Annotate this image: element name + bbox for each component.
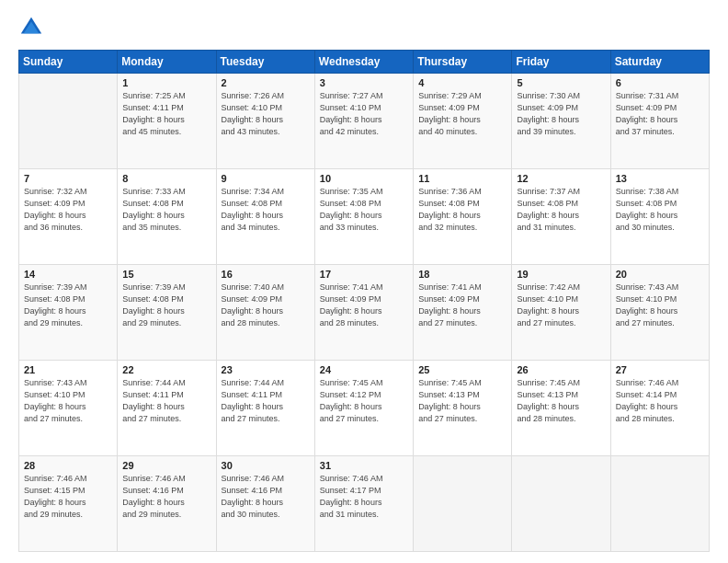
day-number: 30	[222, 460, 310, 471]
day-number: 23	[222, 364, 310, 375]
day-header-monday: Monday	[118, 51, 216, 74]
calendar-cell	[414, 456, 512, 552]
day-number: 1	[122, 77, 210, 88]
day-number: 29	[122, 460, 210, 471]
day-number: 24	[320, 364, 408, 375]
calendar-cell: 11Sunrise: 7:36 AM Sunset: 4:08 PM Dayli…	[414, 169, 512, 265]
day-info: Sunrise: 7:40 AM Sunset: 4:09 PM Dayligh…	[222, 282, 310, 329]
day-number: 10	[320, 173, 408, 184]
calendar-week-3: 14Sunrise: 7:39 AM Sunset: 4:08 PM Dayli…	[19, 265, 710, 361]
calendar-cell: 13Sunrise: 7:38 AM Sunset: 4:08 PM Dayli…	[610, 169, 709, 265]
day-info: Sunrise: 7:38 AM Sunset: 4:08 PM Dayligh…	[616, 186, 704, 234]
day-header-saturday: Saturday	[610, 51, 709, 74]
calendar-cell: 16Sunrise: 7:40 AM Sunset: 4:09 PM Dayli…	[216, 265, 314, 361]
day-header-friday: Friday	[512, 51, 610, 74]
calendar-table: SundayMondayTuesdayWednesdayThursdayFrid…	[18, 50, 710, 552]
day-number: 8	[122, 173, 210, 184]
calendar-cell: 20Sunrise: 7:43 AM Sunset: 4:10 PM Dayli…	[610, 265, 709, 361]
day-header-wednesday: Wednesday	[314, 51, 413, 74]
day-info: Sunrise: 7:43 AM Sunset: 4:10 PM Dayligh…	[616, 282, 704, 329]
day-number: 3	[320, 77, 408, 88]
day-number: 27	[616, 364, 704, 375]
day-number: 5	[517, 77, 605, 88]
day-number: 2	[222, 77, 310, 88]
day-info: Sunrise: 7:46 AM Sunset: 4:16 PM Dayligh…	[222, 473, 310, 521]
day-info: Sunrise: 7:33 AM Sunset: 4:08 PM Dayligh…	[122, 186, 210, 234]
day-info: Sunrise: 7:46 AM Sunset: 4:16 PM Dayligh…	[122, 473, 210, 521]
calendar-cell: 31Sunrise: 7:46 AM Sunset: 4:17 PM Dayli…	[314, 456, 413, 552]
day-info: Sunrise: 7:31 AM Sunset: 4:09 PM Dayligh…	[616, 90, 704, 138]
calendar-cell: 26Sunrise: 7:45 AM Sunset: 4:13 PM Dayli…	[512, 361, 610, 456]
day-number: 6	[616, 77, 704, 88]
calendar-cell: 17Sunrise: 7:41 AM Sunset: 4:09 PM Dayli…	[314, 265, 413, 361]
calendar-cell: 24Sunrise: 7:45 AM Sunset: 4:12 PM Dayli…	[314, 361, 413, 456]
day-number: 7	[24, 173, 112, 184]
day-header-thursday: Thursday	[414, 51, 512, 74]
day-number: 16	[222, 269, 310, 280]
day-info: Sunrise: 7:37 AM Sunset: 4:08 PM Dayligh…	[517, 186, 605, 234]
day-info: Sunrise: 7:42 AM Sunset: 4:10 PM Dayligh…	[517, 282, 605, 329]
day-info: Sunrise: 7:45 AM Sunset: 4:13 PM Dayligh…	[418, 377, 506, 425]
day-info: Sunrise: 7:46 AM Sunset: 4:15 PM Dayligh…	[24, 473, 112, 521]
day-info: Sunrise: 7:46 AM Sunset: 4:14 PM Dayligh…	[616, 377, 704, 425]
calendar-cell: 18Sunrise: 7:41 AM Sunset: 4:09 PM Dayli…	[414, 265, 512, 361]
day-info: Sunrise: 7:46 AM Sunset: 4:17 PM Dayligh…	[320, 473, 408, 521]
header-row: SundayMondayTuesdayWednesdayThursdayFrid…	[19, 51, 710, 74]
day-info: Sunrise: 7:43 AM Sunset: 4:10 PM Dayligh…	[24, 377, 112, 425]
day-info: Sunrise: 7:35 AM Sunset: 4:08 PM Dayligh…	[320, 186, 408, 234]
calendar-cell: 14Sunrise: 7:39 AM Sunset: 4:08 PM Dayli…	[19, 265, 118, 361]
day-info: Sunrise: 7:25 AM Sunset: 4:11 PM Dayligh…	[122, 90, 210, 138]
calendar-week-2: 7Sunrise: 7:32 AM Sunset: 4:09 PM Daylig…	[19, 169, 710, 265]
day-info: Sunrise: 7:26 AM Sunset: 4:10 PM Dayligh…	[222, 90, 310, 138]
calendar-cell: 10Sunrise: 7:35 AM Sunset: 4:08 PM Dayli…	[314, 169, 413, 265]
logo-icon	[18, 15, 44, 40]
logo	[18, 15, 48, 40]
calendar-cell	[610, 456, 709, 552]
page: SundayMondayTuesdayWednesdayThursdayFrid…	[0, 0, 728, 563]
day-info: Sunrise: 7:44 AM Sunset: 4:11 PM Dayligh…	[122, 377, 210, 425]
calendar-week-4: 21Sunrise: 7:43 AM Sunset: 4:10 PM Dayli…	[19, 361, 710, 456]
day-number: 18	[418, 269, 506, 280]
day-number: 21	[24, 364, 112, 375]
day-info: Sunrise: 7:41 AM Sunset: 4:09 PM Dayligh…	[418, 282, 506, 329]
day-header-sunday: Sunday	[19, 51, 118, 74]
calendar-cell: 12Sunrise: 7:37 AM Sunset: 4:08 PM Dayli…	[512, 169, 610, 265]
day-number: 31	[320, 460, 408, 471]
calendar-cell: 29Sunrise: 7:46 AM Sunset: 4:16 PM Dayli…	[118, 456, 216, 552]
calendar-cell: 27Sunrise: 7:46 AM Sunset: 4:14 PM Dayli…	[610, 361, 709, 456]
day-info: Sunrise: 7:45 AM Sunset: 4:13 PM Dayligh…	[517, 377, 605, 425]
calendar-cell: 8Sunrise: 7:33 AM Sunset: 4:08 PM Daylig…	[118, 169, 216, 265]
calendar-cell: 22Sunrise: 7:44 AM Sunset: 4:11 PM Dayli…	[118, 361, 216, 456]
day-number: 13	[616, 173, 704, 184]
calendar-cell	[512, 456, 610, 552]
calendar-cell: 23Sunrise: 7:44 AM Sunset: 4:11 PM Dayli…	[216, 361, 314, 456]
day-number: 22	[122, 364, 210, 375]
calendar-cell: 25Sunrise: 7:45 AM Sunset: 4:13 PM Dayli…	[414, 361, 512, 456]
day-info: Sunrise: 7:27 AM Sunset: 4:10 PM Dayligh…	[320, 90, 408, 138]
day-info: Sunrise: 7:34 AM Sunset: 4:08 PM Dayligh…	[222, 186, 310, 234]
day-number: 12	[517, 173, 605, 184]
day-number: 20	[616, 269, 704, 280]
calendar-cell: 21Sunrise: 7:43 AM Sunset: 4:10 PM Dayli…	[19, 361, 118, 456]
calendar-header: SundayMondayTuesdayWednesdayThursdayFrid…	[19, 51, 710, 74]
calendar-cell: 2Sunrise: 7:26 AM Sunset: 4:10 PM Daylig…	[216, 74, 314, 169]
calendar-cell: 28Sunrise: 7:46 AM Sunset: 4:15 PM Dayli…	[19, 456, 118, 552]
day-number: 25	[418, 364, 506, 375]
day-info: Sunrise: 7:44 AM Sunset: 4:11 PM Dayligh…	[222, 377, 310, 425]
day-info: Sunrise: 7:45 AM Sunset: 4:12 PM Dayligh…	[320, 377, 408, 425]
day-info: Sunrise: 7:30 AM Sunset: 4:09 PM Dayligh…	[517, 90, 605, 138]
calendar-week-1: 1Sunrise: 7:25 AM Sunset: 4:11 PM Daylig…	[19, 74, 710, 169]
calendar-cell: 4Sunrise: 7:29 AM Sunset: 4:09 PM Daylig…	[414, 74, 512, 169]
day-number: 14	[24, 269, 112, 280]
calendar-cell: 30Sunrise: 7:46 AM Sunset: 4:16 PM Dayli…	[216, 456, 314, 552]
header	[18, 15, 710, 40]
day-number: 26	[517, 364, 605, 375]
day-header-tuesday: Tuesday	[216, 51, 314, 74]
calendar-cell: 5Sunrise: 7:30 AM Sunset: 4:09 PM Daylig…	[512, 74, 610, 169]
day-info: Sunrise: 7:39 AM Sunset: 4:08 PM Dayligh…	[24, 282, 112, 329]
day-info: Sunrise: 7:32 AM Sunset: 4:09 PM Dayligh…	[24, 186, 112, 234]
day-number: 15	[122, 269, 210, 280]
day-info: Sunrise: 7:41 AM Sunset: 4:09 PM Dayligh…	[320, 282, 408, 329]
day-number: 17	[320, 269, 408, 280]
day-info: Sunrise: 7:29 AM Sunset: 4:09 PM Dayligh…	[418, 90, 506, 138]
